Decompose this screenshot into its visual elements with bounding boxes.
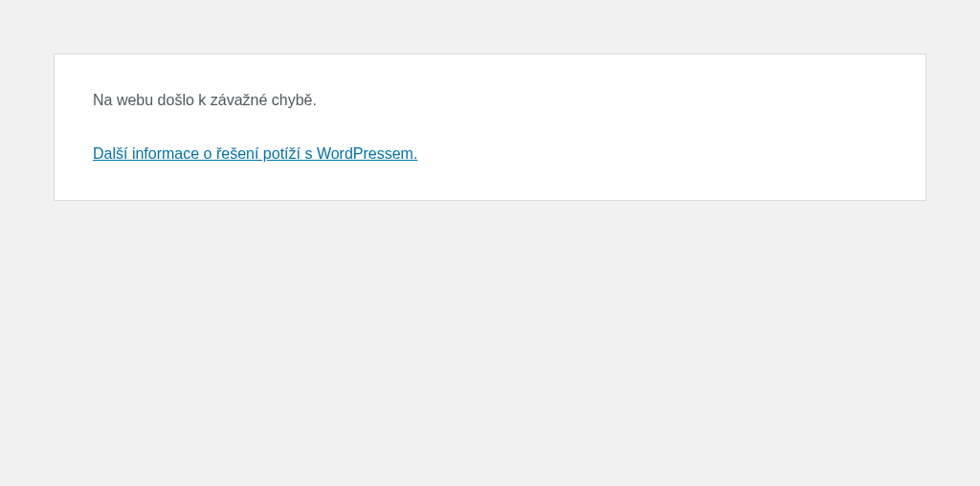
error-message: Na webu došlo k závažné chybě. [93,89,887,112]
error-panel: Na webu došlo k závažné chybě. Další inf… [54,54,926,201]
troubleshoot-link[interactable]: Další informace o řešení potíží s WordPr… [93,145,417,162]
